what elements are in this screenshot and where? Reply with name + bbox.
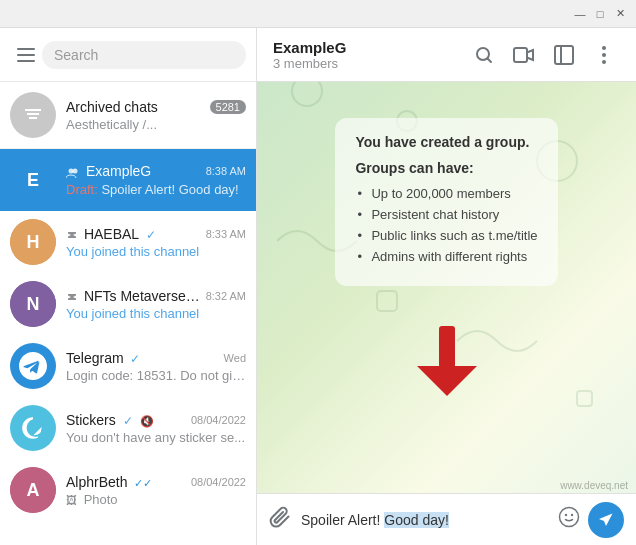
maximize-button[interactable]: □ — [592, 6, 608, 22]
videocall-button[interactable] — [508, 39, 540, 71]
message-input-display[interactable]: Spoiler Alert! Good day! — [301, 512, 558, 528]
svg-point-17 — [602, 60, 606, 64]
chat-preview-nfts: You joined this channel — [66, 306, 246, 321]
svg-point-26 — [565, 514, 567, 516]
search-box[interactable] — [42, 41, 246, 69]
svg-point-15 — [602, 46, 606, 50]
members-button[interactable] — [548, 39, 580, 71]
svg-text:N: N — [27, 294, 40, 314]
hamburger-button[interactable] — [10, 39, 42, 71]
input-right-controls — [558, 502, 624, 538]
chat-info-exampleg: ExampleG 8:38 AM Draft: Spoiler Alert! G… — [66, 163, 246, 196]
input-highlighted-text: Good day! — [384, 512, 449, 528]
chat-info-nfts: NFTs Metaverse... ✓ 8:32 AM You joined t… — [66, 288, 246, 321]
chat-item-alphrbeth[interactable]: A AlphrBeth ✓✓ 08/04/2022 🖼 Photo — [0, 459, 256, 521]
chat-item-haebal[interactable]: H HAEBAL ✓ 8:33 AM You joined this chann… — [0, 211, 256, 273]
messages-area[interactable]: You have created a group. Groups can hav… — [257, 82, 636, 493]
channel-icon-nfts — [66, 291, 78, 303]
input-area: Spoiler Alert! Good day! — [257, 493, 636, 545]
archived-avatar — [10, 92, 56, 138]
muted-icon-stickers: 🔇 — [140, 415, 154, 427]
archived-name: Archived chats — [66, 99, 158, 115]
hamburger-icon — [17, 48, 35, 62]
group-icon — [66, 166, 80, 180]
info-card-item-2: Public links such as t.me/title — [355, 228, 537, 243]
videocall-icon — [513, 44, 535, 66]
minimize-button[interactable]: — — [572, 6, 588, 22]
alphrbeth-avatar-img: A — [10, 467, 56, 513]
chat-item-nfts[interactable]: N NFTs Metaverse... ✓ 8:32 AM You joined… — [0, 273, 256, 335]
telegram-logo-icon — [19, 352, 47, 380]
more-options-icon — [602, 46, 606, 64]
send-button[interactable] — [588, 502, 624, 538]
read-tick-icon: ✓✓ — [134, 477, 152, 489]
search-chat-button[interactable] — [468, 39, 500, 71]
chat-header: ExampleG 3 members — [257, 28, 636, 82]
info-card-item-1: Persistent chat history — [355, 207, 537, 222]
search-icon — [474, 45, 494, 65]
svg-rect-0 — [17, 48, 35, 50]
app-container: Archived chats 5281 Aesthetically /... E… — [0, 28, 636, 545]
chat-name-telegram: Telegram ✓ — [66, 350, 140, 366]
svg-rect-12 — [514, 48, 527, 62]
emoji-button[interactable] — [558, 506, 580, 533]
chat-preview-alphrbeth: 🖼 Photo — [66, 492, 246, 507]
svg-point-27 — [571, 514, 573, 516]
info-card-list: Up to 200,000 members Persistent chat hi… — [355, 186, 537, 264]
input-plain-text: Spoiler Alert! — [301, 512, 384, 528]
scroll-down-arrow[interactable] — [273, 326, 620, 396]
chat-time-nfts: 8:32 AM — [206, 290, 246, 302]
info-card-item-3: Admins with different rights — [355, 249, 537, 264]
chat-name-haebal: HAEBAL ✓ — [66, 226, 156, 242]
avatar-stickers — [10, 405, 56, 451]
search-input[interactable] — [54, 47, 234, 63]
chat-info-alphrbeth: AlphrBeth ✓✓ 08/04/2022 🖼 Photo — [66, 474, 246, 507]
svg-rect-1 — [17, 54, 35, 56]
chat-time-haebal: 8:33 AM — [206, 228, 246, 240]
archived-chats-item[interactable]: Archived chats 5281 Aesthetically /... — [0, 82, 256, 149]
verified-icon-telegram: ✓ — [130, 352, 140, 366]
svg-text:H: H — [27, 232, 40, 252]
archived-info: Archived chats 5281 Aesthetically /... — [66, 99, 246, 132]
chat-header-sub: 3 members — [273, 56, 468, 71]
chat-preview-telegram: Login code: 18531. Do not giv... — [66, 368, 246, 383]
nfts-avatar-img: N — [10, 281, 56, 327]
chat-item-stickers[interactable]: Stickers ✓ 🔇 08/04/2022 You don't have a… — [0, 397, 256, 459]
chat-name-nfts: NFTs Metaverse... ✓ — [66, 288, 202, 304]
chat-info-telegram: Telegram ✓ Wed Login code: 18531. Do not… — [66, 350, 246, 383]
channel-icon — [66, 229, 78, 241]
chat-time-exampleg: 8:38 AM — [206, 165, 246, 177]
chat-preview-stickers: You don't have any sticker se... — [66, 430, 246, 445]
haebal-avatar-img: H — [10, 219, 56, 265]
chat-header-info: ExampleG 3 members — [273, 39, 468, 71]
avatar-telegram — [10, 343, 56, 389]
info-card: You have created a group. Groups can hav… — [335, 118, 557, 286]
chat-time-alphrbeth: 08/04/2022 — [191, 476, 246, 488]
archived-badge: 5281 — [210, 100, 246, 114]
red-arrow-icon — [417, 326, 477, 396]
chat-list: Archived chats 5281 Aesthetically /... E… — [0, 82, 256, 545]
titlebar: — □ ✕ — [0, 0, 636, 28]
info-card-title: You have created a group. — [355, 134, 537, 150]
attach-button[interactable] — [269, 506, 291, 533]
chat-preview-exampleg: Draft: Spoiler Alert! Good day! — [66, 182, 246, 197]
send-icon — [598, 512, 614, 528]
chat-preview-haebal: You joined this channel — [66, 244, 246, 259]
avatar-nfts: N — [10, 281, 56, 327]
sidebar-header — [0, 28, 256, 82]
header-icons — [468, 39, 620, 71]
chat-info-haebal: HAEBAL ✓ 8:33 AM You joined this channel — [66, 226, 246, 259]
chat-time-stickers: 08/04/2022 — [191, 414, 246, 426]
svg-rect-23 — [439, 326, 455, 368]
chat-area: ExampleG 3 members — [257, 28, 636, 545]
chat-name-stickers: Stickers ✓ 🔇 — [66, 412, 154, 428]
chat-item-exampleg[interactable]: E ExampleG 8:38 AM Draft: Spoiler Alert!… — [0, 149, 256, 211]
svg-text:A: A — [27, 480, 40, 500]
more-options-button[interactable] — [588, 39, 620, 71]
info-card-item-0: Up to 200,000 members — [355, 186, 537, 201]
draft-label: Draft: — [66, 182, 101, 197]
chat-time-telegram: Wed — [224, 352, 246, 364]
chat-item-telegram[interactable]: Telegram ✓ Wed Login code: 18531. Do not… — [0, 335, 256, 397]
close-button[interactable]: ✕ — [612, 6, 628, 22]
info-card-subtitle: Groups can have: — [355, 160, 537, 176]
